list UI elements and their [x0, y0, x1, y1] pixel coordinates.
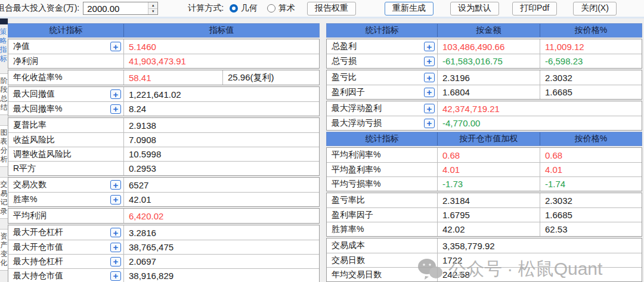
- print-pdf-button[interactable]: 打印Pdf: [512, 2, 557, 16]
- expand-button[interactable]: +: [110, 180, 121, 190]
- row-label: 交易次数: [8, 179, 110, 190]
- table-row: 最大回撤值+1,221,641.02: [8, 87, 319, 101]
- row-group: 交易成本3,358,779.92交易日数1722年均交易日数242.58: [326, 238, 642, 282]
- row-label-cell: 平均利润: [8, 209, 123, 223]
- column-header: 按开仓市值加权: [437, 132, 540, 145]
- table-row: 年化收益率%58.4125.96(复利): [8, 70, 319, 85]
- row-label: 胜算率%: [327, 224, 437, 235]
- value-cell: 7.0908: [123, 133, 319, 147]
- table-row: 最大回撤率%+8.24: [8, 101, 319, 116]
- value-cell: 38,765,475: [123, 240, 319, 254]
- row-label: 最大持仓杠杆: [8, 256, 110, 267]
- spinner-down-icon[interactable]: ▼: [148, 9, 157, 15]
- value-cell: 2.9138: [123, 118, 319, 132]
- table-row: 净值+5.1460: [8, 39, 319, 54]
- value-cell: 5.1460: [123, 39, 319, 54]
- radio-unselected-icon: [267, 4, 275, 13]
- row-label-cell: 最大浮动盈利+: [327, 101, 437, 116]
- value-cell: 1.6685: [540, 208, 642, 222]
- value-cell: -1.74: [540, 177, 642, 191]
- row-label: 胜率%: [8, 194, 110, 205]
- expand-button[interactable]: +: [110, 271, 121, 281]
- row-group: 平均利润率%0.680.68平均盈利率%4.014.01平均亏损率%-1.73-…: [326, 147, 642, 191]
- row-label: 盈亏率比: [327, 195, 437, 206]
- row-label-cell: 净值+: [8, 39, 123, 54]
- column-header: 统计指标: [327, 24, 437, 37]
- expand-button[interactable]: +: [424, 57, 435, 66]
- row-label: 总盈利: [327, 41, 424, 52]
- row-label-cell: 夏普比率: [8, 118, 123, 132]
- value-cell: -4,770.00: [437, 116, 642, 130]
- column-header: 统计指标: [8, 24, 123, 37]
- value-cell: 1.6795: [437, 208, 540, 222]
- row-label-cell: 最大持仓市值+: [8, 269, 123, 282]
- row-group: 最大回撤值+1,221,641.02最大回撤率%+8.24: [8, 86, 320, 116]
- table-row: 交易成本3,358,779.92: [327, 238, 642, 253]
- row-label-cell: 盈利率因子: [327, 208, 437, 222]
- column-header: 按价格%: [540, 132, 642, 145]
- set-default-button[interactable]: 设为默认: [450, 2, 499, 16]
- table-row: 年均交易日数242.58: [327, 267, 642, 281]
- row-group: 平均利润6,420.02: [8, 208, 320, 224]
- row-label-cell: 收益风险比: [8, 133, 123, 147]
- expand-button[interactable]: +: [110, 228, 121, 237]
- expand-button[interactable]: +: [424, 104, 435, 113]
- value-cell: 0.68: [437, 148, 540, 162]
- row-group: 最大浮动盈利+42,374,719.21最大浮动亏损+-4,770.00: [326, 101, 642, 131]
- table-row: 最大浮动盈利+42,374,719.21: [327, 101, 642, 116]
- row-group: 年化收益率%58.4125.96(复利): [8, 70, 320, 85]
- expand-button[interactable]: +: [110, 104, 121, 114]
- value-cell: 42.02: [437, 222, 540, 236]
- close-button[interactable]: 关闭(X): [573, 2, 617, 16]
- table-row: 最大开仓市值+38,765,475: [8, 240, 319, 254]
- regenerate-button[interactable]: 重新生成: [385, 2, 434, 16]
- row-label: 总亏损: [327, 56, 424, 67]
- expand-button[interactable]: +: [424, 42, 435, 51]
- row-label: 净值: [8, 41, 110, 52]
- expand-button[interactable]: +: [424, 88, 435, 97]
- row-label: 平均利润: [8, 210, 123, 221]
- spinner-up-icon[interactable]: ▲: [148, 2, 157, 9]
- value-cell: 2.0697: [123, 255, 319, 268]
- table-row: 交易次数+6527: [8, 178, 319, 192]
- expand-button[interactable]: +: [110, 257, 121, 266]
- row-label-cell: 胜率%+: [8, 193, 123, 206]
- report-weight-button[interactable]: 报告权重: [307, 2, 356, 16]
- row-label: 最大回撤值: [8, 89, 110, 100]
- row-label-cell: 平均亏损率%: [327, 177, 437, 191]
- value-cell: 3,358,779.92: [437, 238, 642, 253]
- row-label-cell: 交易成本: [327, 238, 437, 253]
- expand-button[interactable]: +: [110, 89, 121, 99]
- row-label-cell: 平均盈利率%: [327, 163, 437, 176]
- value-cell: 42,374,719.21: [437, 101, 642, 116]
- row-label-cell: 交易次数+: [8, 178, 123, 192]
- expand-button[interactable]: +: [110, 243, 121, 252]
- row-label: 最大开仓市值: [8, 242, 110, 253]
- expand-button[interactable]: +: [424, 73, 435, 82]
- expand-button[interactable]: +: [110, 195, 121, 204]
- value-cell: 25.96(复利): [222, 70, 319, 85]
- expand-button[interactable]: +: [110, 42, 121, 51]
- value-cell: 8.24: [123, 102, 319, 116]
- row-group: 净值+5.1460净利润41,903,473.91: [8, 39, 320, 69]
- row-label-cell: R平方: [8, 162, 123, 175]
- value-cell: 1,221,641.02: [123, 87, 319, 101]
- table-row: R平方0.2953: [8, 161, 319, 175]
- table-header-row: 统计指标指标值: [8, 23, 320, 38]
- table-row: 最大浮动亏损+-4,770.00: [327, 116, 642, 130]
- row-label-cell: 交易日数: [327, 253, 437, 267]
- row-label-cell: 年化收益率%: [8, 70, 123, 85]
- capital-input-group: ▲ ▼: [83, 2, 158, 15]
- capital-input[interactable]: [83, 2, 148, 14]
- table-row: 胜算率%42.0262.53: [327, 222, 642, 236]
- table-row: 净利润41,903,473.91: [8, 54, 319, 68]
- row-label-cell: 胜算率%: [327, 222, 437, 236]
- radio-geometric[interactable]: 几何: [230, 3, 258, 14]
- table-row: 平均盈利率%4.014.01: [327, 162, 642, 176]
- expand-button[interactable]: +: [424, 119, 435, 128]
- row-label: 最大浮动亏损: [327, 118, 424, 129]
- value-cell: 1722: [437, 253, 642, 267]
- row-label-cell: 最大持仓杠杆+: [8, 255, 123, 268]
- row-label-cell: 总亏损+: [327, 54, 437, 68]
- radio-arithmetic[interactable]: 算术: [267, 3, 295, 14]
